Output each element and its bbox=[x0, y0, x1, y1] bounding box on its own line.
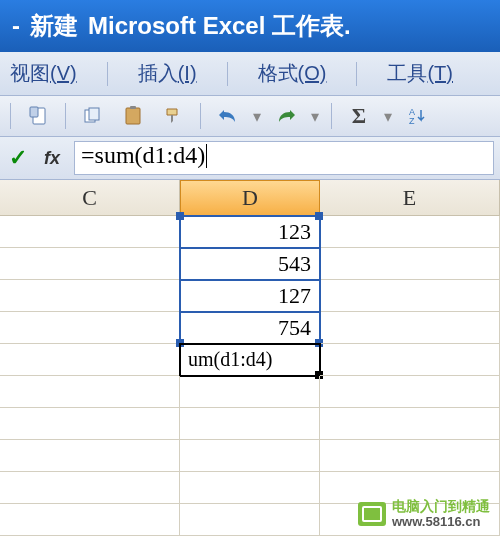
cell-c3[interactable] bbox=[0, 280, 180, 312]
spreadsheet-grid[interactable]: C D E 123 543 127 754 um(d1:d4) bbox=[0, 180, 500, 536]
menu-format[interactable]: 格式(O) bbox=[258, 60, 327, 87]
watermark-logo-icon bbox=[358, 502, 386, 526]
cell-d4[interactable]: 754 bbox=[180, 312, 320, 344]
column-header-d[interactable]: D bbox=[180, 180, 320, 216]
toolbar-separator bbox=[65, 103, 66, 129]
title-bar: - 新建 Microsoft Excel 工作表. bbox=[0, 0, 500, 52]
undo-icon[interactable] bbox=[213, 102, 243, 130]
menu-bar: 视图(V) 插入(I) 格式(O) 工具(T) bbox=[0, 52, 500, 96]
cell-c2[interactable] bbox=[0, 248, 180, 280]
cell[interactable] bbox=[0, 504, 180, 536]
fx-icon[interactable]: fx bbox=[40, 144, 64, 172]
svg-rect-3 bbox=[89, 108, 99, 120]
selection-handle bbox=[176, 212, 184, 220]
cell[interactable] bbox=[180, 504, 320, 536]
autosum-icon[interactable]: Σ bbox=[344, 102, 374, 130]
cell[interactable] bbox=[320, 440, 500, 472]
cell[interactable] bbox=[180, 376, 320, 408]
cell-e1[interactable] bbox=[320, 216, 500, 248]
copy-icon[interactable] bbox=[78, 102, 108, 130]
confirm-icon[interactable]: ✓ bbox=[6, 144, 30, 172]
cell[interactable] bbox=[0, 376, 180, 408]
title-app: Microsoft Excel 工作表. bbox=[88, 10, 351, 42]
column-header-c[interactable]: C bbox=[0, 180, 180, 216]
cell-c4[interactable] bbox=[0, 312, 180, 344]
svg-rect-4 bbox=[126, 108, 140, 124]
cell[interactable] bbox=[0, 440, 180, 472]
cell[interactable] bbox=[180, 472, 320, 504]
menu-insert[interactable]: 插入(I) bbox=[138, 60, 197, 87]
cell-c5[interactable] bbox=[0, 344, 180, 376]
cell[interactable] bbox=[0, 472, 180, 504]
menu-view[interactable]: 视图(V) bbox=[10, 60, 77, 87]
cell-c1[interactable] bbox=[0, 216, 180, 248]
svg-rect-1 bbox=[30, 107, 38, 117]
watermark-url: www.58116.cn bbox=[392, 515, 490, 529]
cell-d5-active[interactable]: um(d1:d4) bbox=[180, 344, 320, 376]
title-newdoc: 新建 bbox=[30, 10, 78, 42]
formula-bar: ✓ fx =sum(d1:d4) bbox=[0, 137, 500, 180]
toolbar: ▾ ▾ Σ ▾ AZ bbox=[0, 96, 500, 137]
svg-text:Z: Z bbox=[409, 116, 415, 126]
menu-tools[interactable]: 工具(T) bbox=[387, 60, 453, 87]
dropdown-icon[interactable]: ▾ bbox=[253, 107, 261, 126]
watermark-text: 电脑入门到精通 bbox=[392, 499, 490, 514]
cell[interactable] bbox=[320, 408, 500, 440]
cell-e3[interactable] bbox=[320, 280, 500, 312]
toolbar-separator bbox=[10, 103, 11, 129]
column-header-e[interactable]: E bbox=[320, 180, 500, 216]
dropdown-icon[interactable]: ▾ bbox=[311, 107, 319, 126]
paste-icon[interactable] bbox=[118, 102, 148, 130]
cell[interactable] bbox=[320, 376, 500, 408]
sort-icon[interactable]: AZ bbox=[402, 102, 432, 130]
menu-separator bbox=[227, 62, 228, 86]
cell-d2[interactable]: 543 bbox=[180, 248, 320, 280]
cell-e2[interactable] bbox=[320, 248, 500, 280]
cell-d1[interactable]: 123 bbox=[180, 216, 320, 248]
cell[interactable] bbox=[180, 408, 320, 440]
format-painter-icon[interactable] bbox=[158, 102, 188, 130]
watermark: 电脑入门到精通 www.58116.cn bbox=[358, 499, 490, 529]
redo-icon[interactable] bbox=[271, 102, 301, 130]
clipboard-icon[interactable] bbox=[23, 102, 53, 130]
menu-separator bbox=[356, 62, 357, 86]
svg-rect-5 bbox=[130, 106, 136, 109]
toolbar-separator bbox=[200, 103, 201, 129]
cell-d3[interactable]: 127 bbox=[180, 280, 320, 312]
title-dash: - bbox=[12, 12, 20, 40]
caret bbox=[206, 144, 207, 168]
menu-separator bbox=[107, 62, 108, 86]
formula-input[interactable]: =sum(d1:d4) bbox=[74, 141, 494, 175]
cell[interactable] bbox=[0, 408, 180, 440]
cell-e4[interactable] bbox=[320, 312, 500, 344]
dropdown-icon[interactable]: ▾ bbox=[384, 107, 392, 126]
cell-e5[interactable] bbox=[320, 344, 500, 376]
toolbar-separator bbox=[331, 103, 332, 129]
cell[interactable] bbox=[180, 440, 320, 472]
